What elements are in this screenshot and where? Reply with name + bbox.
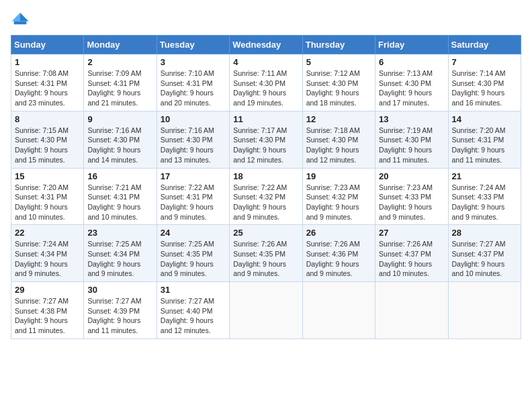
- day-number: 14: [452, 114, 517, 124]
- sunrise-label: Sunrise:: [233, 240, 261, 248]
- sunset-value: 4:30 PM: [114, 136, 140, 144]
- daylight-label: Daylight:: [87, 260, 117, 268]
- day-number: 24: [161, 228, 226, 238]
- sunset-value: 4:35 PM: [259, 250, 285, 258]
- sunset-label: Sunset:: [87, 307, 114, 315]
- sunset-label: Sunset:: [306, 193, 332, 201]
- sunset-value: 4:34 PM: [114, 250, 140, 258]
- sunrise-label: Sunrise:: [379, 69, 406, 77]
- daylight-label: Daylight:: [161, 89, 190, 97]
- day-info: Sunrise: 7:26 AM Sunset: 4:35 PM Dayligh…: [233, 239, 298, 279]
- day-info: Sunrise: 7:08 AM Sunset: 4:31 PM Dayligh…: [15, 68, 80, 108]
- day-info: Sunrise: 7:25 AM Sunset: 4:34 PM Dayligh…: [87, 239, 152, 279]
- calendar-day-cell: 11 Sunrise: 7:17 AM Sunset: 4:30 PM Dayl…: [230, 111, 302, 168]
- sunrise-label: Sunrise:: [452, 69, 480, 77]
- day-info: Sunrise: 7:12 AM Sunset: 4:30 PM Dayligh…: [306, 68, 371, 108]
- day-number: 23: [87, 228, 152, 238]
- sunrise-label: Sunrise:: [306, 69, 334, 77]
- daylight-label: Daylight:: [161, 203, 190, 211]
- sunrise-value: 7:23 AM: [407, 183, 433, 191]
- calendar-day-cell: 24 Sunrise: 7:25 AM Sunset: 4:35 PM Dayl…: [157, 225, 229, 282]
- calendar-day-cell: 19 Sunrise: 7:23 AM Sunset: 4:32 PM Dayl…: [302, 168, 375, 225]
- sunrise-label: Sunrise:: [452, 183, 480, 191]
- day-number: 3: [161, 57, 226, 67]
- day-info: Sunrise: 7:23 AM Sunset: 4:32 PM Dayligh…: [306, 183, 371, 222]
- calendar-day-cell: 3 Sunrise: 7:10 AM Sunset: 4:31 PM Dayli…: [157, 54, 229, 111]
- sunset-value: 4:31 PM: [478, 136, 504, 144]
- sunset-value: 4:38 PM: [41, 307, 67, 315]
- sunset-label: Sunset:: [306, 250, 332, 258]
- calendar-day-cell: 21 Sunrise: 7:24 AM Sunset: 4:33 PM Dayl…: [448, 168, 521, 225]
- sunset-value: 4:39 PM: [114, 307, 140, 315]
- daylight-label: Daylight:: [306, 260, 336, 268]
- sunset-label: Sunset:: [306, 79, 332, 87]
- daylight-label: Daylight:: [161, 316, 190, 324]
- day-number: 28: [452, 228, 517, 238]
- sunrise-label: Sunrise:: [452, 126, 480, 134]
- day-number: 13: [379, 114, 444, 124]
- sunset-label: Sunset:: [233, 193, 259, 201]
- daylight-label: Daylight:: [379, 203, 408, 211]
- daylight-label: Daylight:: [15, 260, 44, 268]
- sunset-label: Sunset:: [161, 193, 187, 201]
- day-info: Sunrise: 7:24 AM Sunset: 4:33 PM Dayligh…: [452, 183, 517, 222]
- sunrise-value: 7:23 AM: [334, 183, 360, 191]
- sunset-label: Sunset:: [233, 79, 259, 87]
- day-number: 6: [379, 57, 444, 67]
- sunset-value: 4:32 PM: [259, 193, 285, 201]
- weekday-header-cell: Sunday: [11, 36, 84, 54]
- daylight-label: Daylight:: [233, 146, 263, 154]
- sunrise-value: 7:08 AM: [42, 69, 69, 77]
- sunrise-label: Sunrise:: [233, 183, 261, 191]
- day-number: 1: [15, 57, 80, 67]
- sunrise-value: 7:21 AM: [116, 183, 142, 191]
- calendar-day-cell: 16 Sunrise: 7:21 AM Sunset: 4:31 PM Dayl…: [84, 168, 157, 225]
- calendar-day-cell: 28 Sunrise: 7:27 AM Sunset: 4:37 PM Dayl…: [448, 225, 521, 282]
- calendar-day-cell: 1 Sunrise: 7:08 AM Sunset: 4:31 PM Dayli…: [11, 54, 84, 111]
- sunset-label: Sunset:: [15, 250, 41, 258]
- calendar-day-cell: 29 Sunrise: 7:27 AM Sunset: 4:38 PM Dayl…: [11, 282, 84, 339]
- day-info: Sunrise: 7:25 AM Sunset: 4:35 PM Dayligh…: [161, 239, 226, 279]
- sunset-label: Sunset:: [15, 136, 41, 144]
- sunrise-label: Sunrise:: [15, 183, 42, 191]
- day-info: Sunrise: 7:26 AM Sunset: 4:36 PM Dayligh…: [306, 239, 371, 279]
- calendar-day-cell: 30 Sunrise: 7:27 AM Sunset: 4:39 PM Dayl…: [84, 282, 157, 339]
- sunset-label: Sunset:: [87, 79, 114, 87]
- calendar-day-cell: 6 Sunrise: 7:13 AM Sunset: 4:30 PM Dayli…: [375, 54, 448, 111]
- sunset-value: 4:31 PM: [41, 193, 67, 201]
- day-info: Sunrise: 7:27 AM Sunset: 4:40 PM Dayligh…: [161, 296, 226, 336]
- day-info: Sunrise: 7:13 AM Sunset: 4:30 PM Dayligh…: [379, 68, 444, 108]
- sunrise-label: Sunrise:: [87, 126, 115, 134]
- day-number: 10: [161, 114, 226, 124]
- sunrise-label: Sunrise:: [15, 126, 42, 134]
- sunrise-value: 7:13 AM: [407, 69, 433, 77]
- daylight-label: Daylight:: [306, 89, 336, 97]
- daylight-label: Daylight:: [379, 146, 408, 154]
- sunrise-label: Sunrise:: [233, 69, 261, 77]
- sunset-label: Sunset:: [161, 136, 187, 144]
- sunrise-value: 7:25 AM: [188, 240, 214, 248]
- sunset-value: 4:31 PM: [186, 193, 212, 201]
- day-number: 20: [379, 171, 444, 181]
- sunset-label: Sunset:: [233, 136, 259, 144]
- calendar-day-cell: 23 Sunrise: 7:25 AM Sunset: 4:34 PM Dayl…: [84, 225, 157, 282]
- day-number: 31: [161, 285, 226, 295]
- sunset-value: 4:36 PM: [332, 250, 358, 258]
- calendar-day-cell: 25 Sunrise: 7:26 AM Sunset: 4:35 PM Dayl…: [230, 225, 302, 282]
- sunrise-value: 7:20 AM: [480, 126, 506, 134]
- day-number: 11: [233, 114, 298, 124]
- weekday-header-cell: Tuesday: [157, 36, 229, 54]
- weekday-header-cell: Thursday: [302, 36, 375, 54]
- sunrise-value: 7:16 AM: [188, 126, 214, 134]
- calendar-day-cell: 31 Sunrise: 7:27 AM Sunset: 4:40 PM Dayl…: [157, 282, 229, 339]
- daylight-label: Daylight:: [87, 316, 117, 324]
- day-info: Sunrise: 7:27 AM Sunset: 4:38 PM Dayligh…: [15, 296, 80, 336]
- sunset-value: 4:30 PM: [332, 79, 358, 87]
- sunrise-label: Sunrise:: [306, 240, 334, 248]
- calendar-day-cell: 10 Sunrise: 7:16 AM Sunset: 4:30 PM Dayl…: [157, 111, 229, 168]
- daylight-label: Daylight:: [87, 89, 117, 97]
- calendar-day-cell: 7 Sunrise: 7:14 AM Sunset: 4:30 PM Dayli…: [448, 54, 521, 111]
- calendar-body: 1 Sunrise: 7:08 AM Sunset: 4:31 PM Dayli…: [11, 54, 521, 339]
- day-info: Sunrise: 7:19 AM Sunset: 4:30 PM Dayligh…: [379, 126, 444, 165]
- day-number: 18: [233, 171, 298, 181]
